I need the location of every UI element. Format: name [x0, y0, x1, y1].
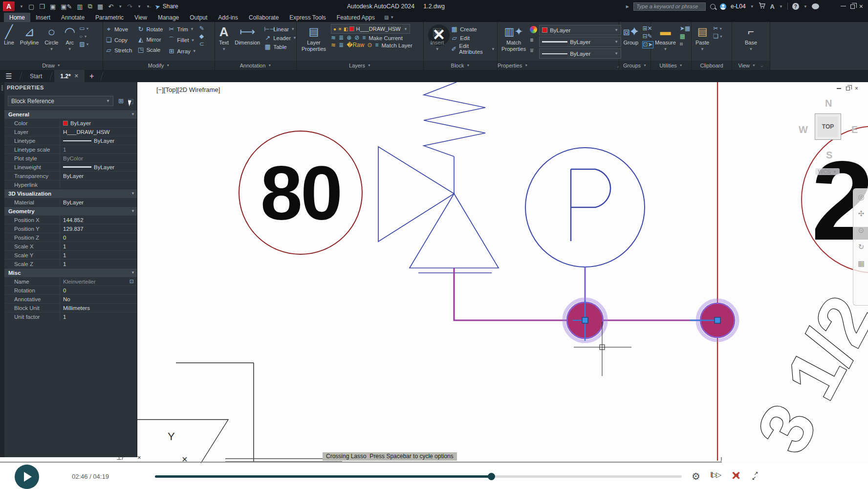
- viewcube-west-label[interactable]: W: [799, 124, 808, 135]
- groups-panel-label[interactable]: Groups▼: [619, 61, 651, 70]
- ribbon-tab-parametric[interactable]: Parametric: [90, 13, 129, 22]
- zoom-extents-icon[interactable]: ⊙: [858, 226, 865, 235]
- plot-icon[interactable]: ▥: [77, 3, 83, 10]
- save-as-icon[interactable]: ▣✎: [61, 3, 72, 10]
- edit-attributes-button[interactable]: ✐Edit Attributes▼: [451, 43, 495, 55]
- drawing-close-button[interactable]: ×: [855, 86, 858, 91]
- app-store-cart-icon[interactable]: [759, 2, 766, 10]
- utilities-panel-label[interactable]: Utilities▼: [651, 61, 691, 70]
- restore-button[interactable]: [850, 4, 855, 9]
- hatch-tool-icon[interactable]: ▨ ▼: [79, 41, 89, 47]
- property-value[interactable]: 1: [60, 145, 137, 154]
- create-block-button[interactable]: ▦Create: [451, 25, 495, 33]
- leader-button[interactable]: ↗Leader▼: [264, 34, 297, 42]
- search-collapse-icon[interactable]: ▶: [626, 4, 629, 9]
- valve-triangle-up[interactable]: [410, 194, 499, 268]
- block-panel-label[interactable]: Block▼: [424, 61, 497, 70]
- property-value[interactable]: 1: [60, 312, 137, 321]
- fullscreen-icon[interactable]: ↗↙: [752, 471, 758, 480]
- undo-icon[interactable]: ↶: [108, 3, 113, 10]
- playback-speed-icon[interactable]: ‖▷▷: [710, 470, 720, 479]
- progress-handle[interactable]: [488, 473, 495, 480]
- property-value[interactable]: 0: [60, 286, 137, 294]
- new-tab-button[interactable]: +: [85, 70, 99, 82]
- app-menu-caret-icon[interactable]: ▼: [20, 4, 23, 9]
- orbit-icon[interactable]: ↻: [858, 243, 865, 251]
- paste-button[interactable]: ▤ Paste▼: [694, 24, 711, 52]
- customize-qat-icon[interactable]: ▼̶: [146, 4, 150, 9]
- section-header-general[interactable]: General▼: [4, 110, 137, 118]
- object-type-select[interactable]: Block Reference ▼: [8, 96, 113, 106]
- property-value[interactable]: ByLayer: [60, 163, 137, 171]
- view-panel-label[interactable]: View▼⌄: [732, 61, 770, 70]
- linetype-list-icon[interactable]: ⩸: [530, 47, 537, 54]
- property-value[interactable]: ByLayer: [60, 136, 137, 145]
- quick-select-icon[interactable]: ➤▦: [680, 25, 690, 32]
- viewcube-east-label[interactable]: E: [851, 124, 858, 135]
- property-value[interactable]: ByLayer: [60, 119, 137, 127]
- property-value[interactable]: 144.852: [60, 216, 137, 224]
- feedback-chat-icon[interactable]: [812, 3, 819, 9]
- mirror-button[interactable]: ◭Mirror: [137, 36, 163, 43]
- offset-icon[interactable]: ⊂: [199, 41, 204, 47]
- tab-start[interactable]: Start: [24, 70, 48, 82]
- circle-button[interactable]: ○Circle▼: [43, 24, 60, 52]
- pan-icon[interactable]: ✣: [858, 209, 865, 218]
- valve-triangle-right[interactable]: [378, 147, 454, 242]
- ribbon-tab-add-ins[interactable]: Add-ins: [213, 13, 243, 22]
- ribbon-tab-manage[interactable]: Manage: [152, 13, 184, 22]
- undo-caret-icon[interactable]: ▼: [118, 4, 122, 9]
- layer-isolate-icon[interactable]: ≣: [339, 35, 344, 41]
- hamburger-menu-icon[interactable]: ☰: [0, 70, 18, 82]
- draw-panel-label[interactable]: Draw▼: [0, 61, 103, 70]
- copy-button[interactable]: ❏Copy: [105, 36, 132, 44]
- stretch-button[interactable]: ▱Stretch: [105, 46, 132, 54]
- cut-icon[interactable]: ✂ ▼: [713, 25, 723, 32]
- viewcube-south-label[interactable]: S: [826, 150, 832, 161]
- quick-calculator-icon[interactable]: ⌗: [680, 41, 690, 47]
- layer-walk-icon[interactable]: ≋: [331, 42, 336, 48]
- base-view-button[interactable]: ⌐ Base▼: [743, 24, 759, 52]
- move-button[interactable]: ⌖Move: [105, 25, 132, 33]
- fillet-button[interactable]: ⌒Fillet▼: [168, 36, 196, 44]
- layer-vpfreeze-icon[interactable]: ≣: [339, 42, 344, 48]
- ribbon-tab-annotate[interactable]: Annotate: [56, 13, 90, 22]
- outlined-dimension-text[interactable]: 3 1/2: [741, 283, 868, 464]
- new-file-icon[interactable]: ▢: [28, 3, 34, 10]
- pump-letter-p[interactable]: [571, 169, 610, 241]
- property-value[interactable]: 0: [60, 233, 137, 242]
- ribbon-tab-home[interactable]: Home: [4, 13, 30, 22]
- drawing-restore-button[interactable]: [846, 87, 850, 90]
- user-name[interactable]: e-L04: [731, 3, 746, 10]
- ellipse-tool-icon[interactable]: ○ ▼: [79, 33, 89, 40]
- object-color-select[interactable]: ByLayer ▼: [539, 25, 621, 35]
- grip-square-left[interactable]: [582, 317, 588, 323]
- sheet-set-icon[interactable]: ⧉: [88, 2, 92, 10]
- dimension-button[interactable]: ⟼Dimension: [233, 24, 262, 47]
- rotate-button[interactable]: ↻Rotate: [137, 25, 163, 33]
- scale-button[interactable]: ◳Scale: [137, 46, 163, 53]
- layer-lock-icon[interactable]: ⊘: [354, 35, 359, 41]
- full-navigation-wheel-icon[interactable]: ◎: [858, 193, 864, 201]
- edit-block-button[interactable]: ▱Edit: [451, 34, 495, 42]
- tab-doc-1-2[interactable]: 1.2* ✕: [54, 70, 85, 82]
- property-value[interactable]: 129.837: [60, 224, 137, 233]
- explode-icon[interactable]: ◆: [199, 33, 204, 40]
- group-button[interactable]: ⧈✦Group: [621, 24, 640, 47]
- layer-properties-button[interactable]: ▤ Layer Properties: [299, 24, 329, 53]
- autocad-logo-icon[interactable]: A: [3, 1, 15, 11]
- help-icon[interactable]: ?: [792, 3, 799, 10]
- play-button[interactable]: [15, 465, 39, 489]
- polyline-button[interactable]: ⊿Polyline: [18, 24, 41, 47]
- make-current-icon[interactable]: ≡: [362, 35, 366, 41]
- match-layer-icon[interactable]: ≡: [375, 42, 379, 48]
- toggle-pickadd-icon[interactable]: ⊞: [116, 96, 126, 106]
- layer-fade-icon[interactable]: �Raw: [347, 42, 364, 48]
- text-button[interactable]: AText▼: [217, 24, 231, 52]
- print-icon[interactable]: ▦: [97, 3, 103, 10]
- search-icon[interactable]: [710, 4, 716, 9]
- help-caret-icon[interactable]: ▼: [803, 4, 807, 9]
- redo-icon[interactable]: ↷: [127, 3, 132, 10]
- property-value[interactable]: 1: [60, 251, 137, 259]
- copy-clip-icon[interactable]: ❏ ▼: [713, 33, 723, 40]
